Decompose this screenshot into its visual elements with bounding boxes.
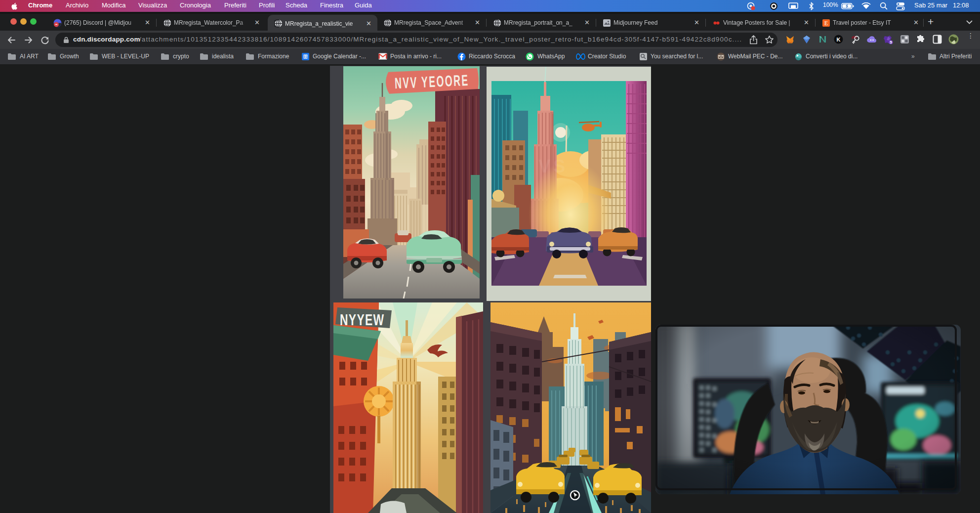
svg-text:NVV YEOORE: NVV YEOORE — [394, 72, 469, 91]
svg-text:VS: VS — [538, 156, 568, 176]
svg-text:E: E — [824, 20, 828, 27]
svg-text:5: 5 — [890, 40, 892, 44]
svg-text:K: K — [837, 37, 841, 43]
svg-text:31: 31 — [304, 55, 308, 58]
svg-text:NYYEW: NYYEW — [340, 312, 384, 329]
